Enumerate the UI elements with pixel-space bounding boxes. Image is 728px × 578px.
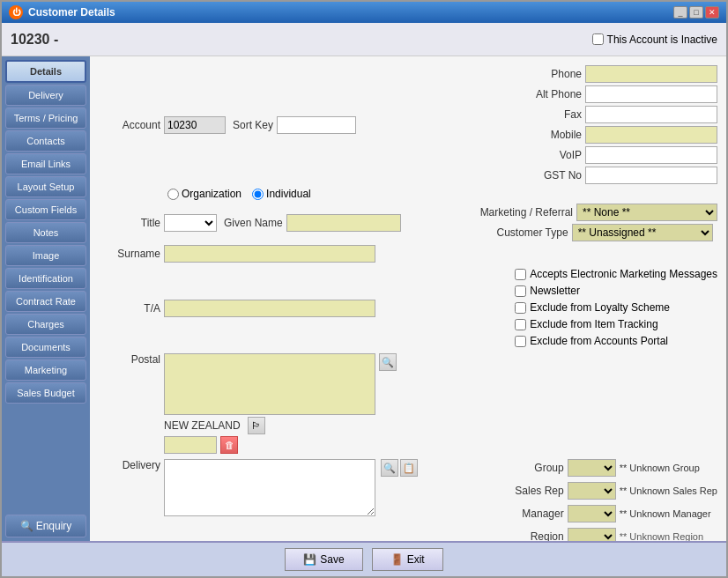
org-type-radios: Organization Individual: [167, 188, 311, 200]
postal-code-input[interactable]: [164, 436, 217, 454]
content-area: Account Sort Key Phone Alt Phone: [90, 56, 726, 541]
given-name-label: Given Name: [224, 217, 283, 229]
org-radio[interactable]: [167, 189, 179, 200]
sidebar-item-documents[interactable]: Documents: [5, 337, 86, 358]
individual-radio-label[interactable]: Individual: [252, 188, 311, 200]
loyalty-label: Exclude from Loyalty Scheme: [530, 301, 670, 314]
customer-type-row: Customer Type ** Unassigned **: [480, 224, 713, 241]
enquiry-label: Enquiry: [36, 520, 72, 532]
sidebar-item-marketing[interactable]: Marketing: [5, 359, 86, 381]
app-icon: ⏻: [9, 5, 23, 19]
marketing-referral-select[interactable]: ** None **: [576, 204, 717, 221]
phone-input[interactable]: [585, 65, 717, 83]
sidebar-item-identification[interactable]: Identification: [5, 268, 86, 289]
close-button[interactable]: ✕: [705, 6, 719, 19]
electronic-marketing-label: Accepts Electronic Marketing Messages: [530, 268, 717, 280]
window-controls: _ □ ✕: [673, 6, 719, 19]
item-tracking-checkbox[interactable]: [515, 319, 526, 330]
checkbox-item-tracking: Exclude from Item Tracking: [515, 318, 717, 330]
account-label: Account: [99, 119, 160, 131]
enquiry-button[interactable]: 🔍 Enquiry: [5, 515, 86, 537]
voip-input[interactable]: [585, 146, 717, 164]
loyalty-checkbox[interactable]: [515, 302, 526, 314]
electronic-marketing-checkbox[interactable]: [515, 269, 526, 280]
sales-rep-select[interactable]: [568, 482, 616, 500]
manager-row: Manager ** Unknown Manager: [511, 505, 717, 522]
org-type-row: Organization Individual: [99, 188, 717, 200]
sales-rep-row: Sales Rep ** Unknown Sales Rep: [511, 482, 717, 500]
marketing-section: Marketing / Referral ** None ** Customer…: [480, 204, 717, 241]
sidebar-item-custom-fields[interactable]: Custom Fields: [5, 199, 86, 220]
postal-search-button[interactable]: 🔍: [379, 353, 397, 371]
sidebar-item-layout-setup[interactable]: Layout Setup: [5, 176, 86, 197]
accounts-portal-checkbox[interactable]: [515, 336, 526, 347]
sidebar-item-contacts[interactable]: Contacts: [5, 130, 86, 152]
delivery-copy-button[interactable]: 📋: [400, 459, 418, 477]
alt-phone-input[interactable]: [585, 85, 717, 103]
sort-key-input[interactable]: [277, 116, 356, 134]
delivery-address-input[interactable]: [164, 459, 375, 516]
sidebar-item-sales-budget[interactable]: Sales Budget: [5, 382, 86, 404]
title-bar: ⏻ Customer Details _ □ ✕: [2, 2, 726, 23]
minimize-button[interactable]: _: [673, 6, 687, 19]
accounts-portal-label: Exclude from Accounts Portal: [530, 335, 668, 347]
alt-phone-label: Alt Phone: [524, 88, 582, 100]
postal-address-input[interactable]: [167, 357, 372, 411]
save-icon: 💾: [303, 553, 316, 566]
save-label: Save: [320, 553, 344, 566]
org-radio-label[interactable]: Organization: [167, 188, 241, 200]
marketing-referral-label: Marketing / Referral: [480, 206, 573, 219]
newsletter-label: Newsletter: [530, 285, 580, 297]
delivery-section: Delivery 🔍 📋 Group: [99, 459, 717, 541]
nz-inline: NEW ZEALAND 🏳: [164, 417, 375, 434]
sidebar-item-notes[interactable]: Notes: [5, 222, 86, 243]
delivery-search-button[interactable]: 🔍: [381, 459, 398, 477]
alt-phone-row: Alt Phone: [524, 85, 717, 103]
surname-input[interactable]: [164, 245, 375, 263]
sidebar-item-details[interactable]: Details: [5, 60, 86, 83]
nz-flag-button[interactable]: 🏳: [248, 417, 265, 434]
voip-row: VoIP: [524, 146, 717, 164]
ta-input[interactable]: [164, 300, 375, 317]
nz-country-text: NEW ZEALAND: [164, 419, 241, 432]
individual-radio[interactable]: [252, 189, 264, 200]
fax-input[interactable]: [585, 106, 717, 123]
postal-row: Postal 🔍 NEW ZEALAND 🏳: [99, 353, 717, 454]
sidebar-item-terms-pricing[interactable]: Terms / Pricing: [5, 107, 86, 129]
maximize-button[interactable]: □: [689, 6, 703, 19]
main-area: Details Delivery Terms / Pricing Contact…: [2, 56, 726, 541]
region-select[interactable]: [568, 528, 616, 541]
top-bar: 10230 - This Account is Inactive: [2, 23, 726, 56]
checkbox-loyalty: Exclude from Loyalty Scheme: [515, 301, 717, 314]
sidebar-item-charges[interactable]: Charges: [5, 314, 86, 335]
newsletter-checkbox[interactable]: [515, 285, 526, 297]
sidebar-item-image[interactable]: Image: [5, 245, 86, 266]
sidebar-item-email-links[interactable]: Email Links: [5, 153, 86, 174]
inactive-checkbox[interactable]: [592, 33, 604, 45]
sidebar: Details Delivery Terms / Pricing Contact…: [2, 56, 90, 541]
group-select[interactable]: [568, 459, 616, 477]
save-button[interactable]: 💾 Save: [285, 548, 362, 571]
phone-label: Phone: [524, 68, 582, 80]
marketing-referral-row: Marketing / Referral ** None **: [480, 204, 717, 221]
delivery-row: Delivery 🔍 📋 Group: [99, 459, 717, 541]
sales-rep-value: ** Unknown Sales Rep: [620, 485, 717, 496]
title-select[interactable]: [164, 214, 217, 232]
title-bar-left: ⏻ Customer Details: [9, 5, 115, 19]
gst-input[interactable]: [585, 167, 717, 184]
sidebar-item-delivery[interactable]: Delivery: [5, 85, 86, 106]
mobile-row: Mobile: [524, 126, 717, 144]
mobile-input[interactable]: [585, 126, 717, 144]
given-name-input[interactable]: [286, 214, 401, 232]
inactive-label: This Account is Inactive: [607, 33, 717, 46]
postal-icons: 🔍: [379, 353, 397, 371]
account-number-input[interactable]: [164, 116, 226, 134]
postal-delete-button[interactable]: 🗑: [220, 436, 238, 454]
title-label: Title: [99, 217, 160, 229]
sidebar-item-contract-rate[interactable]: Contract Rate: [5, 291, 86, 312]
customer-type-select[interactable]: ** Unassigned **: [572, 224, 713, 241]
manager-select[interactable]: [568, 505, 616, 522]
exit-button[interactable]: 🚪 Exit: [372, 548, 443, 571]
ta-label: T/A: [99, 302, 160, 315]
group-value: ** Unknown Group: [620, 463, 700, 473]
